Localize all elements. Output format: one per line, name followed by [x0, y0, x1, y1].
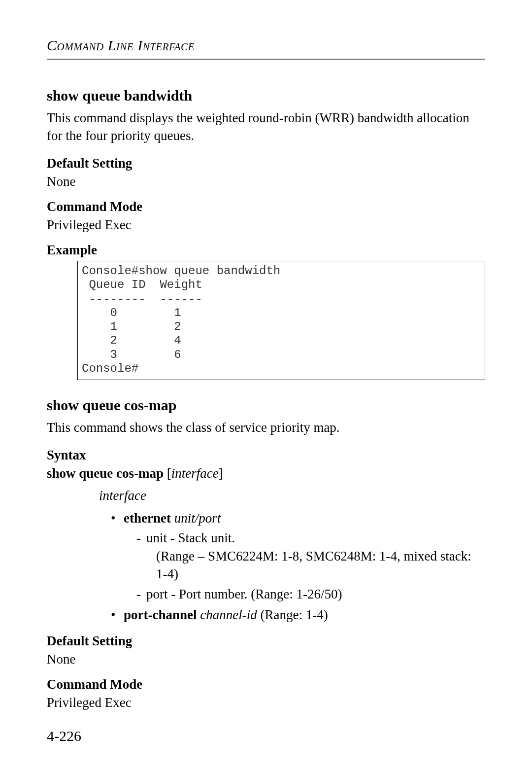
bullet-ethernet-kw: ethernet: [124, 511, 171, 526]
bullet-ethernet: ethernet unit/port unit - Stack unit. (R…: [111, 509, 485, 603]
unit-line: unit - Stack unit. (Range – SMC6224M: 1-…: [136, 529, 485, 583]
command-mode-label-1: Command Mode: [47, 199, 485, 214]
example-label: Example: [47, 243, 485, 258]
section-title-cosmap: show queue cos-map: [47, 397, 485, 414]
command-mode-value-1: Privileged Exec: [47, 217, 485, 233]
bullet-portchannel: port-channel channel-id (Range: 1-4): [111, 606, 485, 624]
example-code-block: Console#show queue bandwidth Queue ID We…: [77, 261, 485, 381]
command-mode-label-2: Command Mode: [47, 677, 485, 692]
syntax-label: Syntax: [47, 448, 485, 463]
page-number: 4-226: [47, 728, 81, 744]
syntax-cmd: show queue cos-map: [47, 466, 164, 481]
bullet-portchannel-arg: channel-id: [200, 607, 257, 622]
param-bullet-list: ethernet unit/port unit - Stack unit. (R…: [111, 509, 485, 624]
ethernet-sublist: unit - Stack unit. (Range – SMC6224M: 1-…: [136, 529, 485, 603]
default-setting-value-2: None: [47, 652, 485, 667]
unit-range: (Range – SMC6224M: 1-8, SMC6248M: 1-4, m…: [146, 547, 485, 583]
param-interface: interface: [99, 488, 485, 503]
page: Command Line Interface show queue bandwi…: [0, 0, 532, 774]
section-title-bandwidth: show queue bandwidth: [47, 87, 485, 104]
bullet-portchannel-tail: (Range: 1-4): [260, 607, 328, 622]
default-setting-label-1: Default Setting: [47, 156, 485, 171]
syntax-arg: interface: [171, 466, 219, 481]
default-setting-value-1: None: [47, 174, 485, 189]
bullet-portchannel-kw: port-channel: [124, 607, 197, 622]
unit-text: unit - Stack unit.: [146, 530, 235, 545]
default-setting-label-2: Default Setting: [47, 633, 485, 649]
bullet-ethernet-arg: unit/port: [174, 511, 221, 526]
port-line: port - Port number. (Range: 1-26/50): [136, 585, 485, 603]
command-mode-value-2: Privileged Exec: [47, 695, 485, 710]
section1-desc: This command displays the weighted round…: [47, 109, 485, 145]
syntax-line: show queue cos-map [interface]: [47, 466, 485, 481]
running-head: Command Line Interface: [47, 37, 485, 60]
section2-desc: This command shows the class of service …: [47, 419, 485, 436]
